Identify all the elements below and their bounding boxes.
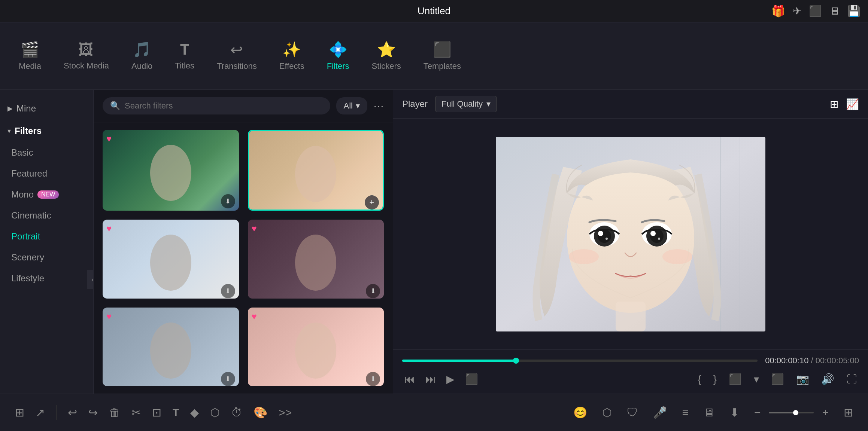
step-forward-button[interactable]: ⏭ [423, 371, 438, 388]
sidebar-item-lifestyle[interactable]: Lifestyle [0, 268, 93, 289]
redo-button[interactable]: ↪ [85, 402, 101, 423]
face-shape-tender [286, 138, 346, 211]
download-btn-peach[interactable]: ⬇ [221, 284, 235, 298]
delete-button[interactable]: 🗑 [105, 403, 124, 423]
download-btn-night[interactable]: ⬇ [366, 284, 380, 298]
face-oval [150, 145, 191, 201]
mark-in-button[interactable]: { [695, 371, 703, 388]
more-icon: ⋯ [373, 100, 384, 112]
progress-handle[interactable] [513, 358, 519, 364]
filter-card-cool-mo[interactable]: ♥ ⬇ Cool Mo [103, 308, 239, 386]
toolbar-stickers[interactable]: ⭐ Stickers [361, 37, 412, 75]
screen-tool-button[interactable]: 🖥 [700, 403, 719, 423]
sidebar-item-basic[interactable]: Basic [0, 142, 93, 163]
toolbar-transitions[interactable]: ↩ Transitions [206, 37, 268, 75]
shield-tool-button[interactable]: 🛡 [623, 403, 642, 423]
face-oval [150, 323, 191, 379]
grid-layout-button[interactable]: ⊞ [840, 402, 857, 423]
download-btn-neon-room[interactable]: ⬇ [221, 194, 235, 208]
zoom-slider[interactable] [769, 412, 814, 413]
toolbar-filters[interactable]: 💠 Filters [316, 37, 361, 75]
mask-button[interactable]: ⬡ [206, 402, 224, 423]
cut-button[interactable]: ✂ [128, 402, 145, 423]
skip-back-button[interactable]: ⏮ [402, 371, 417, 388]
toolbar-titles[interactable]: T Titles [164, 37, 206, 74]
sidebar-mine-section[interactable]: ▶ Mine [0, 97, 93, 120]
sidebar-item-portrait[interactable]: Portrait [0, 226, 93, 247]
keyframe-button[interactable]: ◆ [186, 402, 203, 423]
monitor-icon[interactable]: 🖥 [829, 5, 840, 17]
play-button[interactable]: ▶ [444, 371, 457, 388]
insert-button[interactable]: ⬛ [726, 371, 744, 388]
filter-card-vigor[interactable]: ♥ ⬇ Vigor [248, 308, 384, 386]
face-shape-cool-mo [141, 315, 201, 386]
filter-thumb-neon-room: ♥ ⬇ [103, 130, 239, 211]
undo-button[interactable]: ↩ [64, 402, 81, 423]
mark-out-button[interactable]: } [711, 371, 719, 388]
send-icon[interactable]: ✈ [793, 5, 801, 17]
sidebar-basic-label: Basic [11, 147, 33, 158]
zoom-out-button[interactable]: − [750, 403, 765, 423]
export-button[interactable]: ⬛ [769, 371, 786, 388]
progress-bar[interactable] [402, 360, 758, 362]
download-btn-cool-mo[interactable]: ⬇ [221, 372, 235, 386]
more-tools-button[interactable]: >> [275, 403, 295, 423]
chevron-down-ctrl[interactable]: ▾ [752, 371, 761, 388]
add-btn-tender[interactable]: + [365, 195, 379, 210]
sidebar-item-featured[interactable]: Featured [0, 163, 93, 184]
stop-button[interactable]: ⬛ [463, 371, 480, 388]
filter-card-neon-room[interactable]: ♥ ⬇ Neon Room [103, 130, 239, 211]
quality-select[interactable]: Full Quality ▾ [435, 96, 497, 112]
filter-dropdown-button[interactable]: All ▾ [336, 97, 367, 114]
fullscreen-button[interactable]: ⛶ [844, 371, 859, 388]
chart-view-btn[interactable]: 📈 [846, 98, 859, 110]
sidebar-cinematic-label: Cinematic [11, 210, 51, 220]
toolbar-templates[interactable]: ⬛ Templates [412, 37, 472, 75]
effect-tool-button[interactable]: ⬡ [598, 402, 616, 423]
filter-card-peach[interactable]: ♥ ⬇ Peach [103, 220, 239, 298]
screenshot-button[interactable]: 📷 [794, 371, 811, 388]
toolbar-audio-label: Audio [131, 61, 152, 71]
content-panel: 🔍 All ▾ ⋯ ♥ ⬇ Neon Room [94, 90, 393, 394]
import-tool-button[interactable]: ⬇ [726, 402, 743, 423]
sidebar-item-cinematic[interactable]: Cinematic [0, 205, 93, 226]
sidebar-item-scenery[interactable]: Scenery [0, 247, 93, 268]
save-icon[interactable]: 💾 [847, 5, 861, 17]
transitions-icon: ↩ [230, 41, 243, 58]
toolbar-transitions-label: Transitions [217, 61, 257, 71]
crop-button[interactable]: ⊡ [148, 402, 165, 423]
sidebar-item-mono[interactable]: Mono NEW [0, 184, 93, 205]
caption-icon[interactable]: ⬛ [809, 5, 822, 17]
text-button[interactable]: T [169, 403, 183, 422]
download-btn-vigor[interactable]: ⬇ [366, 372, 380, 386]
gift-icon[interactable]: 🎁 [771, 4, 785, 18]
sidebar-filters-section[interactable]: ▾ Filters [0, 120, 93, 142]
color-button[interactable]: 🎨 [250, 402, 271, 423]
volume-button[interactable]: 🔊 [819, 371, 837, 388]
svg-point-8 [606, 238, 608, 240]
search-input[interactable] [125, 101, 323, 111]
face-shape-vigor [286, 315, 346, 386]
grid-tool-button[interactable]: ⊞ [11, 402, 28, 423]
clock-button[interactable]: ⏱ [227, 403, 246, 423]
stock-media-icon: 🖼 [79, 41, 94, 58]
grid-view-btn[interactable]: ⊞ [830, 98, 838, 110]
sidebar-mine-label: Mine [16, 103, 36, 114]
filter-grid: ♥ ⬇ Neon Room + Tender [94, 122, 393, 394]
more-options-button[interactable]: ⋯ [373, 100, 384, 112]
zoom-handle[interactable] [793, 410, 798, 415]
toolbar-effects[interactable]: ✨ Effects [268, 37, 316, 75]
toolbar-audio[interactable]: 🎵 Audio [120, 37, 164, 75]
face-tool-button[interactable]: 😊 [570, 402, 591, 423]
filter-card-tender[interactable]: + Tender [248, 130, 384, 211]
zoom-in-button[interactable]: + [818, 403, 832, 423]
toolbar-stock-media[interactable]: 🖼 Stock Media [52, 37, 120, 74]
bottom-toolbar-right: 😊 ⬡ 🛡 🎤 ≡ 🖥 ⬇ − + ⊞ [570, 402, 857, 423]
select-tool-button[interactable]: ↗ [32, 402, 49, 423]
current-time: 00:00:00:10 [765, 356, 808, 365]
toolbar-media[interactable]: 🎬 Media [7, 37, 52, 75]
filter-card-night[interactable]: ♥ ⬇ Night [248, 220, 384, 298]
mic-tool-button[interactable]: 🎤 [649, 402, 671, 423]
sidebar-collapse-button[interactable]: ‹ [87, 270, 94, 289]
layers-tool-button[interactable]: ≡ [678, 403, 692, 423]
